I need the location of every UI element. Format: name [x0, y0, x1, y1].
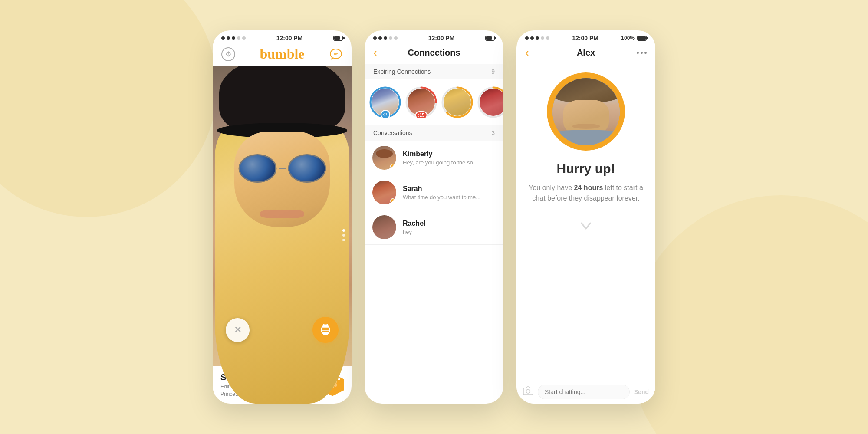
battery-icon-1	[333, 36, 343, 41]
rachel-avatar	[372, 215, 396, 239]
sarah-avatar	[372, 181, 396, 204]
countdown-badge: :15	[415, 111, 427, 119]
conv-item-kimberly[interactable]: Kimberly Hey, are you going to the sh...	[365, 141, 503, 175]
signal-dots	[221, 36, 246, 40]
conv-preview-rachel: hey	[403, 229, 496, 235]
alex-header: ‹ Alex	[516, 44, 655, 64]
conv-preview-sarah: What time do you want to me...	[403, 194, 496, 201]
alex-avatar-ring	[547, 72, 625, 151]
swipe-buttons: ✕	[213, 317, 352, 343]
battery-3: 100%	[621, 35, 647, 41]
alex-title: Alex	[577, 48, 595, 58]
phones-container: 12:00 PM ⚙ bumble	[213, 30, 655, 404]
conv-item-sarah[interactable]: Sarah What time do you want to me...	[365, 175, 503, 210]
timer-icon-1: ⏱	[381, 110, 390, 119]
hurry-headline: Hurry up!	[557, 161, 615, 176]
unread-indicator	[390, 164, 395, 169]
phone-alex: 12:00 PM 100% ‹ Alex	[516, 30, 655, 404]
expiring-avatar-1[interactable]: ⏱	[369, 86, 401, 118]
signal-dots-3	[525, 36, 549, 40]
time-2: 12:00 PM	[428, 35, 455, 42]
conv-name-kimberly: Kimberly	[403, 150, 496, 158]
conversations-section-header: Conversations 3	[365, 125, 503, 141]
profile-image: ✕	[213, 66, 352, 404]
alex-avatar	[552, 78, 620, 145]
chat-bar: Send	[516, 380, 655, 404]
conv-info-sarah: Sarah What time do you want to me...	[403, 185, 496, 201]
conversations-count: 3	[491, 129, 495, 136]
messages-icon[interactable]	[329, 47, 343, 61]
connections-title: Connections	[408, 48, 460, 58]
conv-preview-kimberly: Hey, are you going to the sh...	[403, 159, 496, 166]
status-bar-2: 12:00 PM	[365, 30, 503, 44]
hurry-desc-part1: You only have	[529, 184, 574, 191]
dots-menu-icon	[637, 52, 647, 54]
expiring-title: Expiring Connections	[373, 68, 431, 75]
phone-connections: 12:00 PM ‹ Connections Expiring Connecti…	[365, 30, 503, 404]
svg-point-22	[526, 389, 530, 393]
settings-icon[interactable]: ⚙	[221, 47, 235, 61]
profile-progress-dots	[342, 229, 345, 241]
battery-area-1	[333, 36, 343, 41]
more-options[interactable]	[637, 52, 647, 54]
bumble-logo: bumble	[260, 46, 304, 62]
conversations-title: Conversations	[373, 129, 412, 136]
time-3: 12:00 PM	[572, 35, 598, 42]
camera-button[interactable]	[523, 386, 533, 398]
conv-info-kimberly: Kimberly Hey, are you going to the sh...	[403, 150, 496, 166]
status-bar-1: 12:00 PM	[213, 30, 352, 44]
conv-name-rachel: Rachel	[403, 220, 496, 227]
expiring-count: 9	[491, 68, 495, 75]
pass-button[interactable]: ✕	[226, 318, 250, 342]
phone1-header: ⚙ bumble	[213, 44, 352, 66]
back-button-3[interactable]: ‹	[525, 46, 529, 59]
expiring-avatar-4[interactable]	[477, 86, 503, 118]
time-1: 12:00 PM	[276, 35, 303, 42]
connections-header: ‹ Connections	[365, 44, 503, 64]
battery-percent: 100%	[621, 35, 635, 41]
conv-item-rachel[interactable]: Rachel hey	[365, 210, 503, 245]
hurry-description: You only have 24 hours left to start a c…	[525, 183, 647, 204]
alex-content: Hurry up! You only have 24 hours left to…	[516, 64, 655, 380]
chat-input[interactable]	[538, 385, 630, 399]
send-button[interactable]: Send	[634, 388, 649, 395]
expiring-avatar-2[interactable]: :15	[405, 86, 437, 118]
expiring-avatar-3[interactable]	[441, 86, 473, 118]
conv-name-sarah: Sarah	[403, 185, 496, 193]
signal-dots-2	[373, 36, 398, 40]
back-button-2[interactable]: ‹	[373, 46, 377, 59]
like-button[interactable]	[312, 317, 339, 343]
phone-profile: 12:00 PM ⚙ bumble	[213, 30, 352, 404]
battery-icon-3	[637, 36, 647, 41]
unread-indicator-sarah	[390, 198, 395, 204]
kimberly-avatar	[372, 146, 396, 170]
status-bar-3: 12:00 PM 100%	[516, 30, 655, 44]
scroll-arrow	[577, 217, 595, 238]
expiring-avatars: ⏱ :15	[365, 79, 503, 125]
conversations-list: Kimberly Hey, are you going to the sh...…	[365, 141, 503, 404]
battery-icon-2	[485, 36, 495, 41]
expiring-section-header: Expiring Connections 9	[365, 64, 503, 79]
battery-2	[485, 36, 495, 41]
conv-info-rachel: Rachel hey	[403, 220, 496, 235]
hurry-hours: 24 hours	[574, 184, 603, 191]
